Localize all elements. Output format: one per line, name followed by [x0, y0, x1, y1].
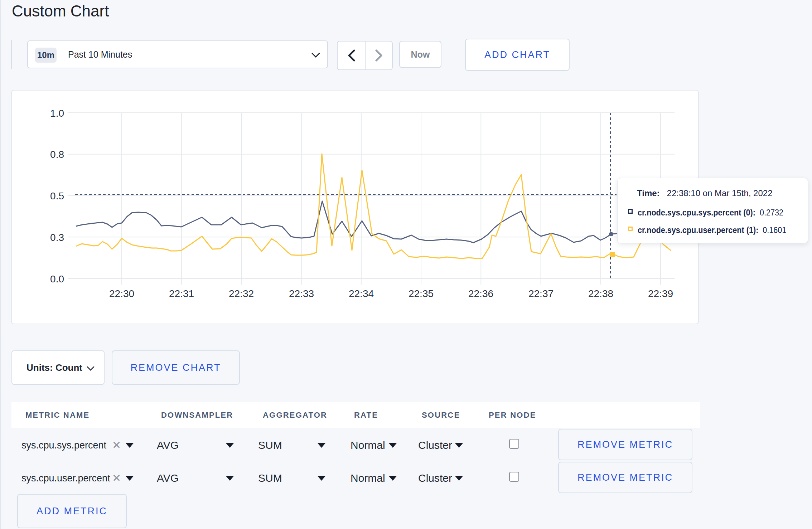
svg-text:22:32: 22:32 — [229, 288, 254, 299]
svg-text:22:39: 22:39 — [648, 288, 673, 299]
svg-text:22:34: 22:34 — [349, 288, 374, 299]
svg-text:1.0: 1.0 — [50, 108, 64, 119]
svg-text:22:35: 22:35 — [409, 288, 434, 299]
svg-text:0.5: 0.5 — [50, 190, 64, 202]
svg-text:22:37: 22:37 — [528, 288, 554, 299]
svg-text:22:33: 22:33 — [289, 288, 314, 299]
svg-text:0.3: 0.3 — [50, 232, 64, 243]
svg-text:22:38: 22:38 — [588, 288, 613, 299]
svg-text:0.0: 0.0 — [50, 273, 64, 285]
svg-text:0.8: 0.8 — [50, 149, 64, 160]
svg-text:22:30: 22:30 — [109, 288, 134, 299]
svg-text:22:31: 22:31 — [169, 288, 194, 299]
svg-text:22:36: 22:36 — [468, 288, 493, 299]
